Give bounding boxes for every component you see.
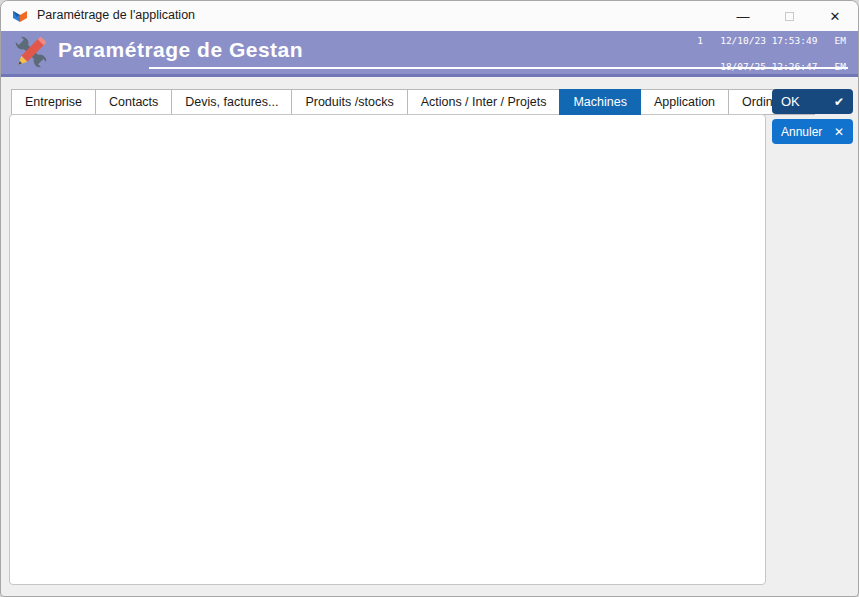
cancel-label: Annuler <box>781 125 822 139</box>
header-banner: Paramétrage de Gestan 1 12/10/23 17:53:4… <box>1 31 858 74</box>
tab-contacts[interactable]: Contacts <box>95 89 172 115</box>
tab-bar: Entreprise Contacts Devis, factures... P… <box>11 89 814 115</box>
ok-button[interactable]: OK ✔ <box>772 89 853 114</box>
pencil-wrench-icon <box>11 32 51 72</box>
app-logo-icon <box>12 8 28 24</box>
ok-label: OK <box>781 94 800 109</box>
tab-application[interactable]: Application <box>640 89 729 115</box>
window-controls: — ✕ <box>720 1 858 31</box>
tab-actions-inter-projets[interactable]: Actions / Inter / Projets <box>407 89 561 115</box>
tab-devis-factures[interactable]: Devis, factures... <box>171 89 292 115</box>
titlebar: Paramétrage de l'application — ✕ <box>1 1 858 31</box>
page-title: Paramétrage de Gestan <box>58 38 303 62</box>
banner-rule <box>1 74 858 77</box>
maximize-button <box>766 1 812 31</box>
check-icon: ✔ <box>834 95 844 109</box>
window-title: Paramétrage de l'application <box>37 8 195 22</box>
cancel-button[interactable]: Annuler ✕ <box>772 119 853 144</box>
maximize-icon <box>785 12 794 21</box>
settings-window: Paramétrage de l'application — ✕ Param <box>0 0 859 597</box>
minimize-button[interactable]: — <box>720 1 766 31</box>
close-button[interactable]: ✕ <box>812 1 858 31</box>
machines-settings-panel <box>9 114 766 585</box>
timestamp-line-2: 18/07/25 12:26:47 EM <box>720 61 846 72</box>
tab-entreprise[interactable]: Entreprise <box>11 89 96 115</box>
tab-machines[interactable]: Machines <box>559 89 641 115</box>
timestamp-line-1: 1 12/10/23 17:53:49 EM <box>697 35 846 46</box>
tab-produits-stocks[interactable]: Produits /stocks <box>291 89 407 115</box>
record-timestamps: 1 12/10/23 17:53:49 EM 18/07/25 12:26:47… <box>697 34 846 73</box>
close-icon: ✕ <box>834 125 844 139</box>
